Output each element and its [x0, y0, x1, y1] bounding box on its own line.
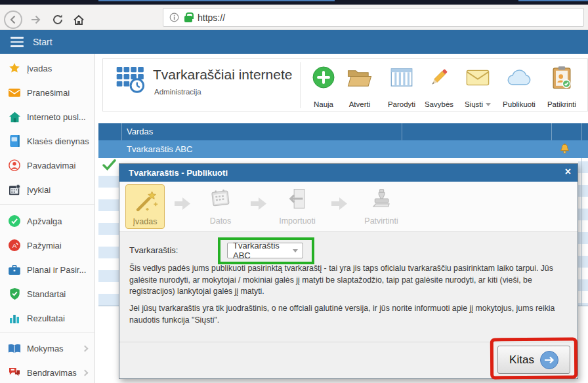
- calendar-icon: [8, 184, 21, 195]
- refresh-button[interactable]: [49, 10, 67, 29]
- envelope-icon: [466, 64, 490, 91]
- sidebar-item-label: Planai ir Pasir...: [27, 265, 86, 275]
- briefcase-icon: [8, 265, 21, 275]
- notebook-icon: [8, 135, 21, 147]
- forward-button[interactable]: [26, 10, 45, 29]
- sidebar-item-klases-dienynas[interactable]: Klasės dienynas: [0, 132, 95, 150]
- wizard-note-paragraph: Jei jūsų tvarkaraštis yra tik juodraštin…: [129, 303, 570, 326]
- sidebar-item-pavadavimai[interactable]: Pavadavimai: [0, 157, 95, 174]
- sidebar-item-pazymiai[interactable]: A Pažymiai: [0, 237, 95, 254]
- browser-toolbar: https://: [0, 5, 588, 30]
- sidebar-item-label: Standartai: [27, 289, 66, 299]
- secure-lock-icon: [184, 16, 192, 22]
- sidebar-divider: [0, 333, 95, 333]
- wizard-step-ivadas[interactable]: Įvadas: [125, 184, 165, 229]
- sidebar-item-label: Įvykiai: [27, 185, 51, 195]
- toolbar-button-savybes[interactable]: Savybės: [417, 64, 461, 108]
- bell-icon: [560, 144, 570, 156]
- address-bar[interactable]: https://: [163, 8, 584, 27]
- clipboard-check-icon: [551, 64, 572, 91]
- envelope-icon: [8, 89, 21, 97]
- table-rows-stripes-left: [98, 176, 119, 306]
- sidebar-item-label: Klasės dienynas: [27, 136, 89, 146]
- sidebar-item-interneto-pusl[interactable]: Interneto pusl...: [0, 108, 95, 125]
- sidebar-item-standartai[interactable]: Standartai: [0, 285, 95, 302]
- sidebar-item-bendravimas[interactable]: Bendravimas: [0, 364, 95, 381]
- wizard-step-datos: Datos: [198, 187, 243, 226]
- start-menu-item[interactable]: Start: [33, 37, 52, 47]
- sidebar-item-ivadas[interactable]: Įvadas: [0, 60, 95, 77]
- step-arrow-icon: [331, 197, 347, 210]
- sidebar-item-label: Pavadavimai: [27, 161, 75, 171]
- sidebar-divider: [0, 204, 95, 205]
- person-icon: [8, 159, 21, 171]
- menu-button[interactable]: [10, 37, 24, 47]
- red-highlight-annotation: [490, 338, 578, 380]
- toolbar-button-siusti[interactable]: Siųsti: [456, 64, 499, 108]
- wizard-step-importuoti: Importuoti: [274, 187, 320, 226]
- sidebar-item-label: Interneto pusl...: [27, 112, 86, 122]
- hamburger-icon: [10, 37, 24, 39]
- home-button[interactable]: [70, 10, 88, 29]
- schedule-field-label: Tvarkaraštis:: [129, 243, 178, 258]
- sidebar-item-ivykiai[interactable]: Įvykiai: [0, 181, 95, 198]
- browser-tab-strip: [0, 0, 588, 5]
- wizard-description-paragraph: Šis vedlys padės jums publikuoti pasirin…: [129, 263, 570, 298]
- table-column-border: [581, 158, 582, 306]
- table-bottom-border: [578, 306, 588, 306]
- sidebar: Įvadas Pranešimai Interneto pusl... Klas…: [0, 54, 95, 383]
- tab-accent-line: [518, 0, 588, 1]
- toolbar-button-atverti[interactable]: Atverti: [338, 64, 381, 108]
- url-text: https://: [198, 12, 225, 23]
- table-bottom-border: [98, 306, 119, 306]
- table-rows-stripes-right: [578, 161, 588, 306]
- sidebar-item-mokymas[interactable]: Mokymas: [0, 340, 95, 357]
- pencil-icon: [428, 64, 450, 91]
- table-row-selected[interactable]: Tvarkaraštis ABC: [98, 140, 588, 158]
- toolbar-separator: [300, 62, 301, 108]
- grade-icon: A: [8, 239, 21, 251]
- folder-icon: [347, 64, 372, 91]
- bar-chart-icon: [8, 313, 21, 323]
- sidebar-item-pranesimai[interactable]: Pranešimai: [0, 84, 95, 101]
- step-arrow-icon: [175, 197, 190, 210]
- toolbar-button-patikrinti[interactable]: Patikrinti: [540, 64, 583, 108]
- sidebar-item-label: Apžvalga: [27, 216, 62, 226]
- open-book-icon: [8, 344, 21, 353]
- column-header-vardas[interactable]: Vardas: [127, 127, 153, 136]
- dialog-title: Tvarkaraštis - Publikuoti: [129, 168, 228, 178]
- home-icon: [73, 14, 85, 26]
- wizard-steps-bar: Įvadas Datos Importuoti Patvirtinti: [119, 182, 578, 232]
- sidebar-item-planai[interactable]: Planai ir Pasir...: [0, 261, 95, 278]
- shield-icon: [8, 288, 21, 300]
- page-title: Tvarkaraščiai internete: [153, 67, 292, 83]
- plus-circle-icon: [312, 64, 335, 91]
- table-header-row: Vardas: [98, 123, 588, 140]
- back-arrow-icon: [8, 14, 18, 25]
- page-subtitle: Administracija: [154, 88, 201, 96]
- tab-accent-line: [98, 0, 335, 1]
- back-button[interactable]: [4, 10, 22, 29]
- star-icon: [8, 62, 21, 74]
- schedule-name-cell: Tvarkaraštis ABC: [127, 144, 192, 154]
- close-icon[interactable]: ×: [565, 166, 571, 178]
- step-arrow-icon: [251, 197, 266, 210]
- publish-wizard-dialog: Tvarkaraštis - Publikuoti × Įvadas Datos…: [119, 163, 578, 379]
- app-logo-icon: [115, 65, 145, 96]
- sidebar-item-rezultatai[interactable]: Rezultatai: [0, 310, 95, 327]
- app-top-bar: Start: [0, 30, 588, 54]
- sidebar-item-label: Bendravimas: [27, 368, 77, 378]
- site-info-icon[interactable]: [169, 12, 179, 22]
- check-circle-icon: [8, 215, 21, 227]
- chevron-down-icon[interactable]: [486, 103, 491, 106]
- import-icon: [285, 187, 310, 213]
- svg-text:A: A: [12, 242, 17, 249]
- sidebar-item-label: Mokymas: [27, 344, 64, 353]
- cloud-icon: [506, 64, 532, 91]
- sidebar-item-label: Įvadas: [27, 64, 52, 73]
- sidebar-item-label: Rezultatai: [27, 313, 65, 323]
- toolbar-button-publikuoti[interactable]: Publikuoti: [497, 64, 541, 108]
- sidebar-item-apzvalga[interactable]: Apžvalga: [0, 212, 95, 230]
- stamp-icon: [369, 187, 394, 213]
- page-header-panel: Tvarkaraščiai internete Administracija N…: [102, 58, 588, 111]
